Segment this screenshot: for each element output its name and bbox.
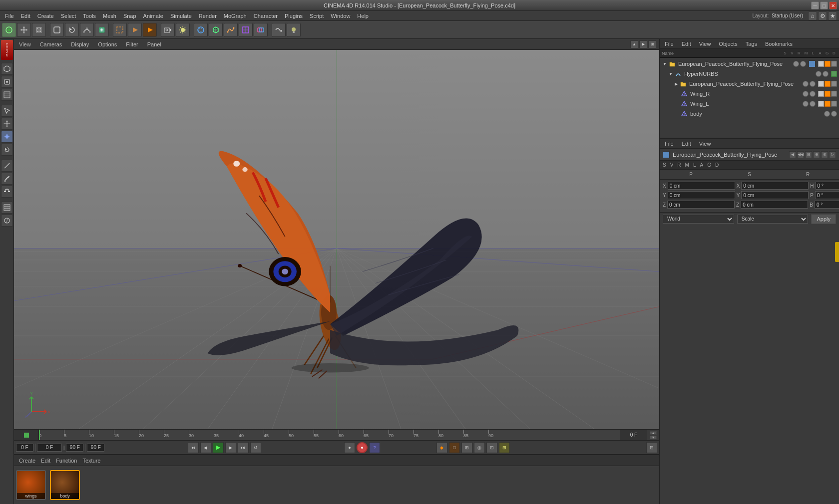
attr-icon-2[interactable]: ◀◀ bbox=[797, 151, 804, 158]
viewport[interactable]: Perspective bbox=[14, 50, 659, 429]
motion-clip-button[interactable]: ⊞ bbox=[461, 442, 472, 453]
render-to-picture-button[interactable] bbox=[143, 23, 157, 37]
minimize-button[interactable]: ─ bbox=[811, 1, 819, 9]
scale-tool2-button[interactable] bbox=[1, 131, 13, 143]
render-active-button[interactable] bbox=[128, 23, 142, 37]
obj-dot-v1[interactable] bbox=[800, 61, 806, 67]
attr-icon-4[interactable]: ⊕ bbox=[813, 151, 820, 158]
add-object-button[interactable] bbox=[95, 23, 109, 37]
light2-button[interactable] bbox=[287, 23, 301, 37]
menu-script[interactable]: Script bbox=[307, 12, 327, 20]
menu-mograph[interactable]: MoGraph bbox=[221, 12, 250, 20]
right-scroll-tab[interactable] bbox=[835, 242, 839, 262]
obj-dot-v6[interactable] bbox=[831, 111, 837, 117]
menu-plugins[interactable]: Plugins bbox=[282, 12, 306, 20]
attr-p-input[interactable] bbox=[815, 191, 839, 199]
timeline-playhead[interactable] bbox=[39, 430, 40, 440]
select-tool-button[interactable] bbox=[2, 23, 16, 37]
object-mode2-button[interactable] bbox=[1, 76, 13, 88]
sphere-button[interactable] bbox=[194, 23, 208, 37]
help-button[interactable]: ? bbox=[369, 442, 380, 453]
mat-menu-edit[interactable]: Edit bbox=[39, 457, 52, 465]
deformer-button[interactable] bbox=[272, 23, 286, 37]
viewport-maximize[interactable]: ⊞ bbox=[648, 40, 656, 48]
attr-icon-5[interactable]: ⊗ bbox=[821, 151, 828, 158]
obj-icon-1[interactable] bbox=[818, 61, 824, 67]
menu-edit[interactable]: Edit bbox=[18, 12, 33, 20]
model-mode-button[interactable] bbox=[1, 63, 13, 75]
obj-icon-b2[interactable] bbox=[825, 81, 831, 87]
mat-menu-texture[interactable]: Texture bbox=[80, 457, 102, 465]
obj-row-wingr[interactable]: Wing_R bbox=[660, 89, 839, 99]
obj-menu-edit[interactable]: Edit bbox=[680, 40, 693, 48]
current-frame-input[interactable] bbox=[37, 444, 62, 452]
grid-button[interactable] bbox=[1, 202, 13, 214]
subdivision-button[interactable] bbox=[239, 23, 253, 37]
render-region-button[interactable] bbox=[113, 23, 127, 37]
next-frame-button[interactable]: ▶ bbox=[225, 442, 236, 453]
viewport-menu-filter[interactable]: Filter bbox=[124, 40, 140, 48]
obj-dot-s3[interactable] bbox=[803, 81, 809, 87]
apply-button[interactable]: Apply bbox=[811, 214, 836, 224]
record-active-button[interactable]: ● bbox=[344, 442, 355, 453]
prev-frame-button[interactable]: ◀ bbox=[200, 442, 211, 453]
record-button[interactable]: ● bbox=[357, 442, 368, 453]
go-to-start-button[interactable]: ⏮ bbox=[188, 442, 199, 453]
obj-dot-s1[interactable] bbox=[793, 61, 799, 67]
world-dropdown[interactable]: World Object Parent bbox=[663, 215, 734, 224]
obj-dot-v2[interactable] bbox=[823, 71, 829, 77]
layout-bookmark-icon[interactable]: ★ bbox=[828, 11, 837, 20]
light-button[interactable] bbox=[176, 23, 190, 37]
attr-sy-input[interactable] bbox=[741, 191, 809, 199]
boole-button[interactable] bbox=[254, 23, 268, 37]
camera-button[interactable] bbox=[161, 23, 175, 37]
menu-snap[interactable]: Snap bbox=[120, 12, 139, 20]
obj-row-root[interactable]: ▼ European_Peacock_Butterfly_Flying_Pose bbox=[660, 59, 839, 69]
obj-dot-s5[interactable] bbox=[803, 101, 809, 107]
marker-button[interactable]: □ bbox=[449, 442, 460, 453]
menu-file[interactable]: File bbox=[2, 12, 17, 20]
material-button[interactable] bbox=[1, 215, 13, 227]
attr-icon-6[interactable]: ▷ bbox=[829, 151, 836, 158]
viewport-ctrl-up[interactable]: ▲ bbox=[630, 40, 638, 48]
menu-tools[interactable]: Tools bbox=[80, 12, 99, 20]
rotate-tool2-button[interactable] bbox=[1, 144, 13, 156]
attr-icon-3[interactable]: ⊟ bbox=[805, 151, 812, 158]
knife-tool-button[interactable] bbox=[1, 160, 13, 172]
spline-button[interactable] bbox=[224, 23, 238, 37]
obj-icon-wl2[interactable] bbox=[825, 101, 831, 107]
obj-dot-s2[interactable] bbox=[816, 71, 822, 77]
attr-h-input[interactable] bbox=[816, 182, 839, 190]
menu-select[interactable]: Select bbox=[58, 12, 79, 20]
obj-menu-view[interactable]: View bbox=[697, 40, 713, 48]
attr-sx-input[interactable] bbox=[741, 182, 809, 190]
brush-tool-button[interactable] bbox=[1, 173, 13, 185]
selection-tool2-button[interactable] bbox=[1, 105, 13, 117]
obj-menu-file[interactable]: File bbox=[663, 40, 676, 48]
menu-create[interactable]: Create bbox=[34, 12, 57, 20]
viewport-menu-options[interactable]: Options bbox=[96, 40, 119, 48]
attr-icon-1[interactable]: ◀ bbox=[789, 151, 796, 158]
end-frame-input[interactable] bbox=[66, 444, 83, 452]
obj-dot-s6[interactable] bbox=[824, 111, 830, 117]
frame-start-input[interactable] bbox=[16, 444, 33, 452]
render-settings-button[interactable]: ⊟ bbox=[646, 442, 657, 453]
obj-icon-wl3[interactable] bbox=[831, 101, 837, 107]
object-mode-button[interactable] bbox=[50, 23, 64, 37]
move-tool-button[interactable] bbox=[17, 23, 31, 37]
obj-dot-v5[interactable] bbox=[810, 101, 816, 107]
texture-mode-button[interactable] bbox=[1, 89, 13, 101]
attr-menu-view[interactable]: View bbox=[697, 140, 713, 148]
material-wings[interactable]: wings bbox=[16, 470, 46, 500]
menu-character[interactable]: Character bbox=[251, 12, 281, 20]
timeline-mode-button[interactable]: ⊡ bbox=[486, 442, 497, 453]
obj-icon-b3[interactable] bbox=[831, 81, 837, 87]
attr-px-input[interactable] bbox=[668, 182, 735, 190]
attr-sz-input[interactable] bbox=[741, 201, 808, 209]
obj-dot-v3[interactable] bbox=[810, 81, 816, 87]
obj-icon-wr1[interactable] bbox=[818, 91, 824, 97]
obj-dot-s4[interactable] bbox=[803, 91, 809, 97]
close-button[interactable]: ✕ bbox=[829, 1, 837, 9]
obj-menu-bookmarks[interactable]: Bookmarks bbox=[763, 40, 795, 48]
viewport-menu-view[interactable]: View bbox=[17, 40, 33, 48]
